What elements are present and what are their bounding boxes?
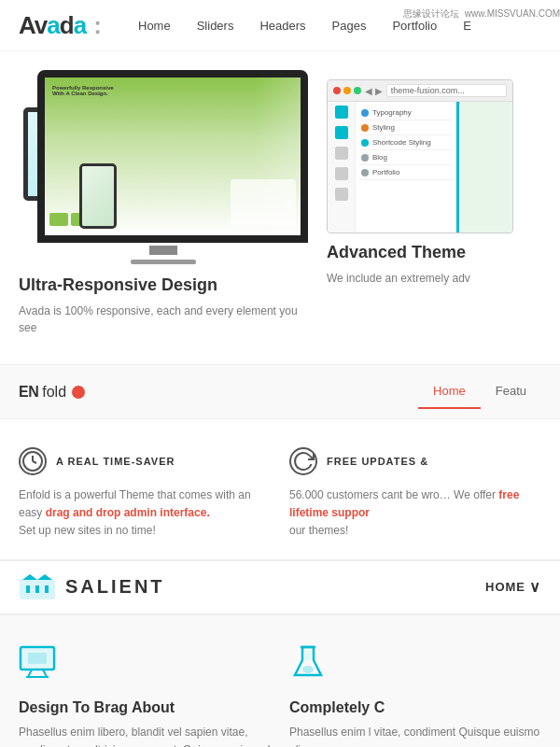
svg-rect-13 xyxy=(28,653,47,664)
salient-nav-arrow: ∨ xyxy=(529,578,541,596)
left-feature-block: Ultra-Responsive Design Avada is 100% re… xyxy=(19,266,308,345)
salient-complete-icon xyxy=(289,643,541,688)
enfold-nav-home[interactable]: Home xyxy=(418,374,481,409)
blog-icon xyxy=(361,154,369,162)
enfold-updates-desc: 56.000 customers cant be wro… We offer f… xyxy=(289,486,541,541)
browser-arrows: ◀ ▶ xyxy=(365,86,383,96)
left-feature-title: Ultra-Responsive Design xyxy=(19,275,308,295)
sidebar-icon-5 xyxy=(335,188,348,201)
svg-point-15 xyxy=(302,666,314,673)
left-feature-desc: Avada is 100% responsive, each and every… xyxy=(19,303,308,336)
svg-line-2 xyxy=(33,461,36,463)
browser-sidebar-menu: Typography Styling Shortcode Styling Blo… xyxy=(356,102,456,233)
right-feature-title: Advanced Theme xyxy=(327,243,541,262)
enfold-dot-icon xyxy=(72,386,85,399)
menu-blog[interactable]: Blog xyxy=(359,150,453,165)
updates-icon xyxy=(289,447,317,475)
enfold-thin-text: fold xyxy=(42,384,66,401)
sidebar-icon-2 xyxy=(335,126,348,139)
browser-preview-panel xyxy=(456,102,512,233)
phone-mockup xyxy=(79,163,117,229)
browser-body: Typography Styling Shortcode Styling Blo… xyxy=(328,102,512,233)
clock-icon xyxy=(19,447,47,475)
enfold-nav: Home Featu xyxy=(418,374,541,409)
salient-header: SALIENT HOME ∨ xyxy=(0,559,560,615)
enfold-nav-features[interactable]: Featu xyxy=(481,374,541,409)
svg-rect-5 xyxy=(26,585,30,593)
browser-mockup: ◀ ▶ theme-fusion.com... Typography xyxy=(327,79,513,233)
menu-shortcode[interactable]: Shortcode Styling xyxy=(359,135,453,150)
salient-complete-title: Completely C xyxy=(289,699,541,716)
salient-logo: SALIENT xyxy=(19,572,165,602)
salient-feature-design: Design To Brag About Phasellus enim libe… xyxy=(19,643,271,747)
enfold-feature-updates: FREE UPDATES & 56.000 customers cant be … xyxy=(289,447,541,541)
salient-complete-desc: Phasellus enim l vitae, condiment Quisqu… xyxy=(289,724,541,747)
styling-icon xyxy=(361,124,369,132)
monitor-mockup xyxy=(37,70,308,243)
portfolio-icon xyxy=(361,169,369,176)
right-feature-block: Advanced Theme We include an extremely a… xyxy=(327,233,541,296)
salient-logo-icon xyxy=(19,572,56,602)
menu-portfolio[interactable]: Portfolio xyxy=(359,165,453,180)
svg-rect-7 xyxy=(45,585,49,593)
enfold-features-section: A REAL TIME-SAVER Enfold is a powerful T… xyxy=(0,419,560,559)
device-mockup xyxy=(19,70,308,266)
enfold-bold-text: EN xyxy=(19,384,38,401)
menu-styling[interactable]: Styling xyxy=(359,120,453,135)
svg-rect-6 xyxy=(35,585,39,593)
nav-home[interactable]: Home xyxy=(138,19,171,33)
salient-feature-complete: Completely C Phasellus enim l vitae, con… xyxy=(289,643,541,747)
enfold-updates-title: FREE UPDATES & xyxy=(327,456,428,467)
watermark: 思缘设计论坛 www.MISSVUAN.COM xyxy=(403,7,560,21)
shortcode-icon xyxy=(361,139,369,147)
salient-design-title: Design To Brag About xyxy=(19,699,271,716)
svg-rect-16 xyxy=(305,651,311,660)
nav-pages[interactable]: Pages xyxy=(332,19,367,33)
nav-portfolio[interactable]: Portfolio xyxy=(392,19,437,33)
salient-home-label: HOME xyxy=(485,580,525,594)
enfold-timesaver-desc: Enfold is a powerful Theme that comes wi… xyxy=(19,486,271,541)
menu-typography[interactable]: Typography xyxy=(359,106,453,120)
salient-design-icon xyxy=(19,643,271,688)
enfold-logo: ENfold xyxy=(19,384,85,401)
right-feature-desc: We include an extremely adv xyxy=(327,270,541,287)
avada-features-section: Ultra-Responsive Design Avada is 100% re… xyxy=(0,51,560,364)
enfold-timesaver-title: A REAL TIME-SAVER xyxy=(56,456,175,467)
nav-more[interactable]: E xyxy=(463,19,471,33)
browser-toolbar: ◀ ▶ theme-fusion.com... xyxy=(328,80,512,102)
browser-dots xyxy=(333,87,361,94)
salient-features-section: Design To Brag About Phasellus enim libe… xyxy=(0,615,560,747)
salient-design-desc: Phasellus enim libero, blandit vel sapie… xyxy=(19,724,271,747)
browser-url-bar: theme-fusion.com... xyxy=(386,84,507,97)
sidebar-icon-4 xyxy=(335,167,348,180)
avada-logo: Avada : xyxy=(19,11,101,40)
salient-nav[interactable]: HOME ∨ xyxy=(485,578,541,596)
browser-sidebar-icons xyxy=(328,102,356,233)
nav-sliders[interactable]: Sliders xyxy=(197,19,234,33)
avada-feature-right: ◀ ▶ theme-fusion.com... Typography xyxy=(327,70,541,345)
sidebar-icon-1 xyxy=(335,106,348,119)
salient-logo-text: SALIENT xyxy=(65,576,165,598)
avada-feature-left: Ultra-Responsive Design Avada is 100% re… xyxy=(19,70,308,345)
dot-green xyxy=(354,87,361,94)
sidebar-icon-3 xyxy=(335,147,348,160)
dot-red xyxy=(333,87,341,94)
enfold-feature-timesaver: A REAL TIME-SAVER Enfold is a powerful T… xyxy=(19,447,271,541)
enfold-feature-timesaver-header: A REAL TIME-SAVER xyxy=(19,447,271,475)
enfold-feature-updates-header: FREE UPDATES & xyxy=(289,447,541,475)
dot-yellow xyxy=(343,87,351,94)
enfold-dnd-link[interactable]: drag and drop admin interface. xyxy=(46,506,210,519)
enfold-header: ENfold Home Featu xyxy=(0,364,560,419)
typography-icon xyxy=(361,109,369,117)
nav-headers[interactable]: Headers xyxy=(259,19,305,33)
